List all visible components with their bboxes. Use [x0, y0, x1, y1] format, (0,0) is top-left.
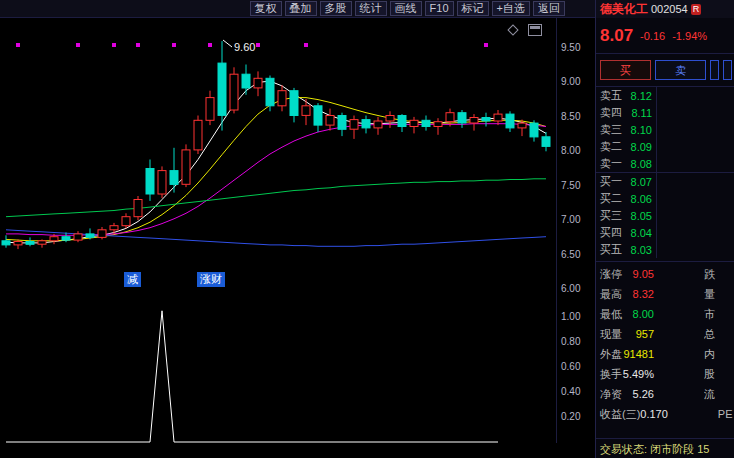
order-mini-button-2[interactable] [723, 60, 732, 80]
toolbar-button-multi-stock[interactable]: 多股 [320, 1, 352, 16]
ask-row[interactable]: 卖二 8.09 [596, 138, 734, 155]
stat-label: 外盘 [600, 347, 622, 362]
stat-value: 0.170 [640, 408, 668, 420]
price-row: 8.07 -0.16 -1.94% [596, 18, 734, 54]
svg-text:7.00: 7.00 [561, 214, 581, 225]
stat-label: 净资 [600, 387, 622, 402]
toolbar-button-restore-rights[interactable]: 复权 [250, 1, 282, 16]
stats-section: 涨停 9.05 跌 最高 8.32 量 最低 8.00 市 现量 [596, 261, 734, 424]
ask-price: 8.09 [631, 141, 652, 153]
stat-row: 净资 5.26 流 [596, 384, 734, 404]
stat-row: 最高 8.32 量 [596, 284, 734, 304]
bid-label: 买二 [600, 191, 622, 206]
toolbar-button-mark[interactable]: 标记 [457, 1, 489, 16]
stat-value: 5.49% [623, 368, 654, 380]
sell-button[interactable]: 卖 [655, 60, 706, 80]
bid-row[interactable]: 买四 8.04 [596, 224, 734, 241]
stat-row: 涨停 9.05 跌 [596, 264, 734, 284]
stock-header: 德美化工 002054 R [596, 0, 734, 18]
stat-row: 换手 5.49% 股 [596, 364, 734, 384]
bid-price: 8.06 [631, 193, 652, 205]
candlestick-chart: 9.509.008.508.007.507.006.506.001.000.80… [0, 18, 595, 443]
svg-text:8.50: 8.50 [561, 111, 581, 122]
ask-label: 卖一 [600, 156, 622, 171]
ask-price: 8.10 [631, 124, 652, 136]
toolbar-button-statistics[interactable]: 统计 [355, 1, 387, 16]
bid-row[interactable]: 买二 8.06 [596, 190, 734, 207]
bid-row[interactable]: 买一 8.07 [596, 173, 734, 190]
stat-value: 91481 [623, 348, 654, 360]
svg-text:0.60: 0.60 [561, 361, 581, 372]
svg-text:7.50: 7.50 [561, 180, 581, 191]
ask-label: 卖五 [600, 88, 622, 103]
stock-app: 复权 叠加 多股 统计 画线 F10 标记 +自选 返回 9.509.008.5… [0, 0, 734, 458]
toolbar-button-add-watchlist[interactable]: +自选 [492, 1, 530, 16]
buy-button[interactable]: 买 [600, 60, 651, 80]
price-change-pct: -1.94% [672, 30, 707, 42]
ask-label: 卖二 [600, 139, 622, 154]
chart-tag-reduce[interactable]: 减 [124, 272, 141, 287]
price-change: -0.16 [640, 30, 665, 42]
quote-panel: 德美化工 002054 R 8.07 -0.16 -1.94% 买 卖 卖五 8… [595, 0, 734, 458]
stat-row: 外盘 91481 内 [596, 344, 734, 364]
toolbar-button-f10[interactable]: F10 [425, 1, 454, 16]
stat-next-label: 量 [704, 287, 734, 302]
toolbar-button-overlay[interactable]: 叠加 [285, 1, 317, 16]
svg-text:9.60: 9.60 [234, 41, 255, 53]
bid-row[interactable]: 买三 8.05 [596, 207, 734, 224]
stat-value: 8.32 [633, 288, 654, 300]
ask-label: 卖四 [600, 105, 622, 120]
chart-area[interactable]: 9.509.008.508.007.507.006.506.001.000.80… [0, 18, 595, 458]
stock-name: 德美化工 [600, 1, 648, 18]
ask-row[interactable]: 卖一 8.08 [596, 155, 734, 172]
order-mini-button-1[interactable] [710, 60, 719, 80]
stat-next-label: PE [718, 408, 734, 420]
chart-tag-zhangcai[interactable]: 涨财 [197, 272, 225, 287]
chart-region: 复权 叠加 多股 统计 画线 F10 标记 +自选 返回 9.509.008.5… [0, 0, 595, 458]
chart-toolbar: 复权 叠加 多股 统计 画线 F10 标记 +自选 返回 [0, 0, 595, 18]
toolbar-button-back[interactable]: 返回 [533, 1, 565, 16]
stat-label: 收益(三) [600, 407, 640, 422]
svg-text:0.80: 0.80 [561, 336, 581, 347]
svg-text:9.50: 9.50 [561, 42, 581, 53]
stat-label: 现量 [600, 327, 622, 342]
stat-next-label: 流 [704, 387, 734, 402]
ask-price: 8.11 [631, 107, 652, 119]
margin-flag-r: R [691, 4, 702, 15]
svg-text:0.20: 0.20 [561, 411, 581, 422]
ask-row[interactable]: 卖五 8.12 [596, 87, 734, 104]
ask-row[interactable]: 卖四 8.11 [596, 104, 734, 121]
ask-label: 卖三 [600, 122, 622, 137]
stat-next-label: 跌 [704, 267, 734, 282]
stat-value: 5.26 [633, 388, 654, 400]
bid-price: 8.07 [631, 176, 652, 188]
bid-label: 买五 [600, 242, 622, 257]
stat-value: 957 [636, 328, 654, 340]
bid-label: 买一 [600, 174, 622, 189]
ask-price: 8.08 [631, 158, 652, 170]
svg-text:6.50: 6.50 [561, 249, 581, 260]
toolbar-button-draw-line[interactable]: 画线 [390, 1, 422, 16]
stat-label: 最低 [600, 307, 622, 322]
stat-label: 最高 [600, 287, 622, 302]
order-book: 卖五 8.12 卖四 8.11 卖三 8.10 卖二 8.09 [596, 86, 734, 258]
ask-row[interactable]: 卖三 8.10 [596, 121, 734, 138]
svg-text:9.00: 9.00 [561, 76, 581, 87]
bid-label: 买三 [600, 208, 622, 223]
bid-price: 8.04 [631, 227, 652, 239]
window-icon[interactable] [528, 24, 542, 36]
svg-text:0.40: 0.40 [561, 386, 581, 397]
stat-row: 现量 957 总 [596, 324, 734, 344]
stat-next-label: 总 [704, 327, 734, 342]
svg-text:8.00: 8.00 [561, 145, 581, 156]
bid-row[interactable]: 买五 8.03 [596, 241, 734, 258]
stat-value: 9.05 [633, 268, 654, 280]
svg-text:6.00: 6.00 [561, 283, 581, 294]
last-price: 8.07 [600, 26, 633, 46]
stat-next-label: 内 [704, 347, 734, 362]
ask-price: 8.12 [631, 90, 652, 102]
stat-value: 8.00 [633, 308, 654, 320]
stock-code: 002054 [651, 3, 688, 15]
trade-button-row: 买 卖 [596, 54, 734, 86]
stat-label: 换手 [600, 367, 622, 382]
